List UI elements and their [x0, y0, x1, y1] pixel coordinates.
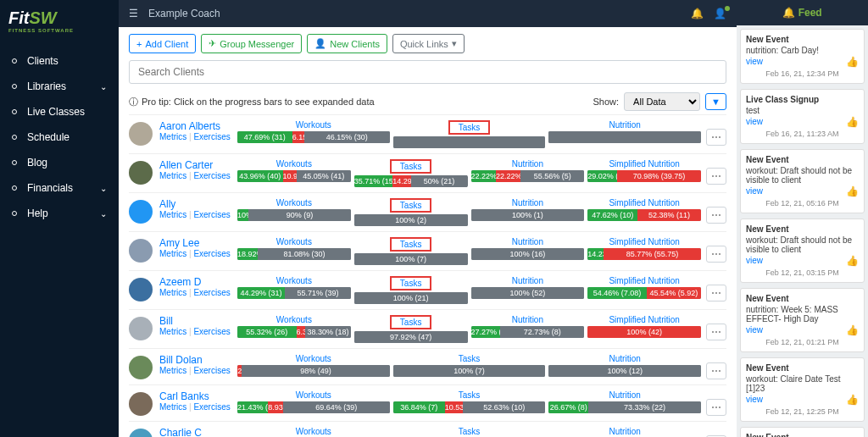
progress-bar[interactable]: 100% (7)	[354, 253, 468, 265]
progress-bar[interactable]: 100% (16)	[471, 248, 585, 260]
progress-bar[interactable]: 21.43% (12)8.9369.64% (39)	[237, 401, 390, 413]
avatar[interactable]	[129, 200, 153, 224]
thumb-icon[interactable]: 👍	[846, 116, 859, 128]
more-button[interactable]: ⋯	[706, 168, 726, 185]
more-button[interactable]: ⋯	[706, 129, 726, 146]
progress-bar[interactable]: 26.67% (8)73.33% (22)	[548, 401, 701, 413]
feed-view-link[interactable]: view	[746, 186, 859, 196]
more-button[interactable]: ⋯	[706, 207, 726, 224]
progress-bar[interactable]: 100% (12)	[548, 365, 701, 377]
avatar[interactable]	[129, 392, 153, 416]
client-sublinks[interactable]: Metrics | Exercises	[159, 210, 237, 219]
progress-bar[interactable]: 100% (2)	[354, 214, 468, 226]
nav-blog[interactable]: Blog	[0, 150, 119, 175]
progress-bar[interactable]: 35.71% (15)14.29%50% (21)	[354, 175, 468, 187]
toolbar: + Add Client ✈ Group Messenger 👤 New Cli…	[119, 27, 737, 60]
feed-text: workout: Claire Date Test [1]23	[746, 374, 859, 393]
avatar[interactable]	[129, 356, 153, 379]
progress-bar[interactable]: 97.92% (47)	[354, 331, 468, 343]
client-row: Allen CarterMetrics | ExercisesWorkouts4…	[129, 153, 726, 192]
nav-clients[interactable]: Clients	[0, 48, 119, 74]
filter-button[interactable]: ▼	[705, 93, 726, 110]
progress-bar[interactable]: 100% (1)	[471, 209, 585, 221]
add-client-button[interactable]: + Add Client	[129, 34, 196, 53]
progress-bar[interactable]: 55.32% (26)6.338.30% (18)	[237, 326, 351, 338]
progress-bar[interactable]: 100% (21)	[354, 292, 468, 304]
client-name[interactable]: Aaron Alberts	[159, 120, 237, 132]
feed-card: New Eventnutrition: Week 5: MASS EFFECT-…	[740, 288, 865, 352]
progress-bar[interactable]: 100% (52)	[471, 287, 585, 299]
nav-help[interactable]: Help⌄	[0, 201, 119, 226]
group-messenger-button[interactable]: ✈ Group Messenger	[201, 34, 302, 53]
client-name[interactable]: Amy Lee	[159, 237, 237, 249]
feed-view-link[interactable]: view	[746, 57, 859, 66]
nav-schedule[interactable]: Schedule	[0, 124, 119, 150]
client-name[interactable]: Charlie C	[159, 427, 237, 437]
progress-bar[interactable]: 100% (42)	[587, 326, 701, 338]
client-name[interactable]: Azeem D	[159, 276, 237, 288]
nav-live-classes[interactable]: Live Classes	[0, 99, 119, 124]
client-sublinks[interactable]: Metrics | Exercises	[159, 249, 237, 258]
search-input[interactable]	[129, 60, 726, 84]
info-icon: ⓘ	[129, 96, 138, 108]
progress-bar[interactable]: 44.29% (31)55.71% (39)	[237, 287, 351, 299]
more-button[interactable]: ⋯	[706, 362, 726, 379]
progress-bar[interactable]: 43.96% (40)10.9945.05% (41)	[237, 170, 351, 182]
progress-bar[interactable]: 47.62% (10)52.38% (11)	[587, 209, 701, 221]
progress-bar[interactable]: 27.27% (3)72.73% (8)	[471, 326, 585, 338]
client-name[interactable]: Allen Carter	[159, 159, 237, 171]
thumb-icon[interactable]: 👍	[846, 255, 859, 267]
nav-financials[interactable]: Financials⌄	[0, 175, 119, 201]
client-name[interactable]: Ally	[159, 198, 237, 210]
nav-libraries[interactable]: Libraries⌄	[0, 74, 119, 99]
avatar[interactable]	[129, 122, 153, 146]
client-sublinks[interactable]: Metrics | Exercises	[159, 402, 237, 412]
progress-bar[interactable]: 100% (7)	[393, 365, 546, 377]
avatar[interactable]	[129, 278, 153, 301]
avatar[interactable]	[129, 161, 153, 185]
filter-select[interactable]: All Data	[624, 92, 700, 111]
client-sublinks[interactable]: Metrics | Exercises	[159, 288, 237, 297]
client-name[interactable]: Bill	[159, 315, 237, 327]
thumb-icon[interactable]: 👍	[846, 56, 859, 68]
progress-bar[interactable]: 298% (49)	[237, 365, 390, 377]
client-name[interactable]: Carl Banks	[159, 390, 237, 402]
more-button[interactable]: ⋯	[706, 285, 726, 301]
feed-view-link[interactable]: view	[746, 117, 859, 126]
menu-icon[interactable]: ☰	[129, 8, 138, 19]
client-sublinks[interactable]: Metrics | Exercises	[159, 327, 237, 336]
avatar[interactable]	[129, 239, 153, 263]
client-sublinks[interactable]: Metrics | Exercises	[159, 171, 237, 180]
client-sublinks[interactable]: Metrics | Exercises	[159, 366, 237, 375]
avatar[interactable]	[129, 429, 153, 437]
bar-label: Workouts	[237, 354, 390, 363]
client-sublinks[interactable]: Metrics | Exercises	[159, 132, 237, 141]
progress-bar[interactable]: 10%90% (9)	[237, 209, 351, 221]
progress-bar[interactable]: 36.84% (7)10.5352.63% (10)	[393, 401, 546, 413]
avatar[interactable]	[129, 317, 153, 340]
progress-bar[interactable]: 54.46% (7.08)45.54% (5.92)	[587, 287, 701, 299]
feed-view-link[interactable]: view	[746, 256, 859, 265]
thumb-icon[interactable]: 👍	[846, 394, 859, 406]
user-icon[interactable]: 👤	[714, 8, 726, 19]
progress-bar[interactable]: 22.22% (222.22%55.56% (5)	[471, 170, 585, 182]
feed-view-link[interactable]: view	[746, 395, 859, 404]
progress-bar[interactable]: 18.92%81.08% (30)	[237, 248, 351, 260]
new-clients-button[interactable]: 👤 New Clients	[307, 34, 387, 53]
feed-card: Live Class Signuptestview👍Feb 16, 21, 11…	[740, 89, 865, 144]
thumb-icon[interactable]: 👍	[846, 185, 859, 197]
progress-bar[interactable]	[393, 136, 546, 148]
progress-bar[interactable]: 47.69% (31)6.1546.15% (30)	[237, 131, 390, 143]
progress-bar[interactable]: 14.2385.77% (55.75)	[587, 248, 701, 260]
quick-links-dropdown[interactable]: Quick Links ▾	[392, 34, 465, 53]
progress-bar[interactable]: 29.02% (1770.98% (39.75)	[587, 170, 701, 182]
client-name[interactable]: Bill Dolan	[159, 354, 237, 366]
more-button[interactable]: ⋯	[706, 324, 726, 340]
feed-date: Feb 12, 21, 12:25 PM	[746, 407, 859, 416]
feed-view-link[interactable]: view	[746, 325, 859, 335]
thumb-icon[interactable]: 👍	[846, 324, 859, 336]
more-button[interactable]: ⋯	[706, 399, 726, 416]
more-button[interactable]: ⋯	[706, 246, 726, 263]
bell-icon[interactable]: 🔔	[691, 8, 704, 19]
progress-bar[interactable]	[548, 131, 701, 143]
